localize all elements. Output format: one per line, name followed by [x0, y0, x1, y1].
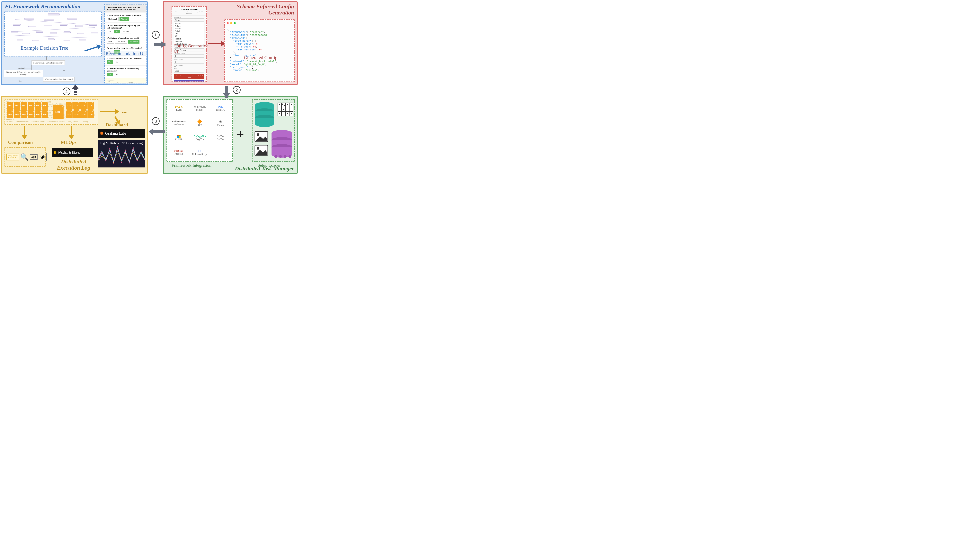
magnifier-icon: 🔍 — [20, 153, 29, 161]
fate-logo-icon: FATE — [175, 105, 183, 109]
code-l6: "n_trees": 64, — [227, 45, 292, 48]
dashboard-label: Dashboard — [106, 122, 128, 127]
framework-grid: FATEFATE ◎ FedMLFedML PFLPaddleFL Fedlea… — [166, 99, 233, 162]
wizard-brand: UniFed Wizard — [174, 8, 205, 11]
wizard-download-button[interactable]: Download the config JSON for local exper… — [174, 80, 205, 82]
log-file-icon: LOG — [21, 110, 27, 118]
rec-q2-no[interactable]: No — [114, 30, 120, 33]
ab-test-icon: A|B — [30, 155, 37, 159]
zoom-no-label: No — [63, 70, 65, 71]
log-file-icon: LOG — [14, 110, 20, 118]
pfl-logo-icon: PFL — [218, 105, 223, 108]
rec-q3-tree[interactable]: Tree-based — [115, 40, 127, 43]
wizard-epochs-input[interactable]: 2 — [174, 54, 205, 58]
rec-q1-opt-vertical[interactable]: Vertical — [120, 17, 129, 21]
window-dot-red — [227, 22, 229, 24]
rec-ui-header: Understand your workload, find the most … — [105, 5, 146, 12]
rec-q1-opt-horizontal[interactable]: Horizontal — [107, 17, 118, 21]
panel2-title: Schema Enforced Config Generation — [228, 3, 294, 16]
fw-fedscale: FedScaleFedScale — [168, 145, 189, 159]
wandb-text: Weights & Biases — [58, 151, 80, 155]
rec-q2-notsure[interactable]: Not sure — [121, 30, 131, 33]
rec-recommend-text: We recommend FATE — [117, 82, 133, 84]
rec-q5-yes[interactable]: Yes — [107, 60, 113, 64]
code-l7b: }, — [227, 51, 292, 54]
wizard-opt-fedml[interactable]: Fedml — [174, 30, 204, 32]
crypten-logo-icon: ⊙ CrypTen — [194, 135, 206, 138]
wizard-opt-fate[interactable]: Fate — [174, 32, 204, 35]
code-l5: "max_depth": 6, — [227, 42, 292, 45]
svg-point-6 — [255, 121, 274, 127]
arrow-step-1 — [161, 41, 166, 48]
cpu-caption: E.g Multi-host CPU monitoring — [98, 141, 145, 145]
wizard-fw-label: Framework* — [174, 17, 205, 19]
log-file-icon: LOG — [81, 110, 87, 118]
panel4-title: Distributed Execution Log — [51, 158, 96, 171]
code-open: { — [227, 28, 292, 31]
rec-q2-yes[interactable]: Yes — [107, 30, 113, 33]
wandb-dots-icon: ⠿ — [54, 151, 56, 155]
wizard-opt-paddlefl[interactable]: Paddlefl — [174, 37, 204, 40]
wizard-mode-select[interactable]: Local — [174, 69, 205, 73]
rec-q3: Which type of models do you need? Both T… — [105, 35, 146, 45]
rec-q3-nn[interactable]: NN-based — [128, 40, 140, 43]
rec-q5-no[interactable]: No — [114, 60, 120, 64]
code-l12: "mode": "colink", — [227, 69, 292, 72]
rec-q6-no[interactable]: No — [114, 73, 120, 76]
grafana-badge: ✺ Grafana Labs — [98, 129, 145, 138]
svg-point-16 — [291, 113, 292, 114]
log-file-icon: LOG — [81, 102, 87, 110]
database-icon-teal — [254, 102, 275, 127]
panel-task-manager: Distributed Task Manager FATEFATE ◎ FedM… — [163, 96, 298, 174]
svg-point-36 — [257, 147, 259, 150]
comparison-box: FATE 🔍 A|B ❀ — [5, 147, 46, 167]
wizard-weight-input[interactable]: 0 — [174, 60, 205, 63]
wizard-opt-flower2[interactable]: Flower — [174, 27, 204, 30]
fw-fate: FATEFATE — [168, 101, 189, 116]
rec-q6-label: Is the threat model in split learning ac… — [107, 67, 144, 72]
wizard-opt-flower[interactable]: Flower — [174, 22, 204, 25]
svg-point-20 — [282, 104, 283, 105]
log-file-icon: LOG — [7, 102, 13, 110]
wizard-fw-select[interactable]: Flower — [174, 19, 205, 22]
code-l2: "algorithm": "histsecagg", — [227, 34, 292, 37]
arrow-step-2 — [223, 93, 230, 98]
code-l1: "framework": "fedtree", — [227, 31, 292, 34]
fw-federatedscope: ⬡FederatedScope — [189, 145, 210, 159]
flower-logo-icon: ❀ — [219, 119, 222, 124]
grafana-text: Grafana Labs — [105, 131, 126, 136]
panel-recommendation: FL Framework Recommendation Example Deci… — [1, 1, 148, 85]
image-icon-1 — [255, 131, 268, 142]
rec-q6: Is the threat model in split learning ac… — [105, 66, 146, 78]
fedlearner-logo-icon: Fedlearner™ — [172, 120, 186, 123]
wizard-random-checkbox[interactable] — [174, 65, 176, 67]
mlops-label: MLOps — [61, 140, 76, 145]
cpu-monitor-thumb: E.g Multi-host CPU monitoring — [98, 140, 145, 167]
config-gen-ui-label: Config Generation UI — [174, 43, 213, 54]
setup-loader-label: Setup Loader — [258, 163, 281, 168]
log-file-icon: LOG — [87, 110, 94, 118]
svg-point-32 — [289, 155, 291, 158]
generated-config-box: { "framework": "fedtree", "algorithm": "… — [224, 19, 295, 82]
wizard-request-button[interactable]: Request a standard evaluation from UniFe… — [174, 74, 205, 79]
rec-q6-yes[interactable]: Yes — [107, 73, 113, 76]
log-file-icon: LOG — [73, 110, 80, 118]
svg-point-21 — [284, 105, 285, 106]
fw-paddlefl: PFLPaddleFL — [210, 101, 231, 116]
log-file-icon: LOG — [21, 102, 27, 110]
log-file-icon: LOG — [66, 110, 73, 118]
code-l4: "tree_param": { — [227, 39, 292, 42]
wizard-opt-tff[interactable]: Tff — [174, 35, 204, 37]
fw-tff: 🔶TFF — [189, 116, 210, 130]
wizard-weight-label: Weight Decay* — [174, 59, 205, 60]
wizard-opt-fedtree[interactable]: Fedtree — [174, 25, 204, 27]
code-l10: "model": "gbdt_64_64_6", — [227, 63, 292, 66]
code-l11: "deployment": { — [227, 66, 292, 69]
fate-small-icon: FATE — [6, 153, 19, 161]
rec-q3-both[interactable]: Both — [107, 40, 114, 43]
wizard-opt-fedscale[interactable]: Fedscale — [174, 40, 204, 43]
rec-suggestion: Suggestion We recommend FATE FATE — [105, 78, 146, 84]
wizard-fw-dropdown[interactable]: Flower Fedtree Flower Fedml Fate Tff Pad… — [174, 22, 205, 45]
rec-q2: Do you need differential privacy (dp-sgd… — [105, 23, 146, 35]
log-file-icon: LOG — [14, 102, 20, 110]
